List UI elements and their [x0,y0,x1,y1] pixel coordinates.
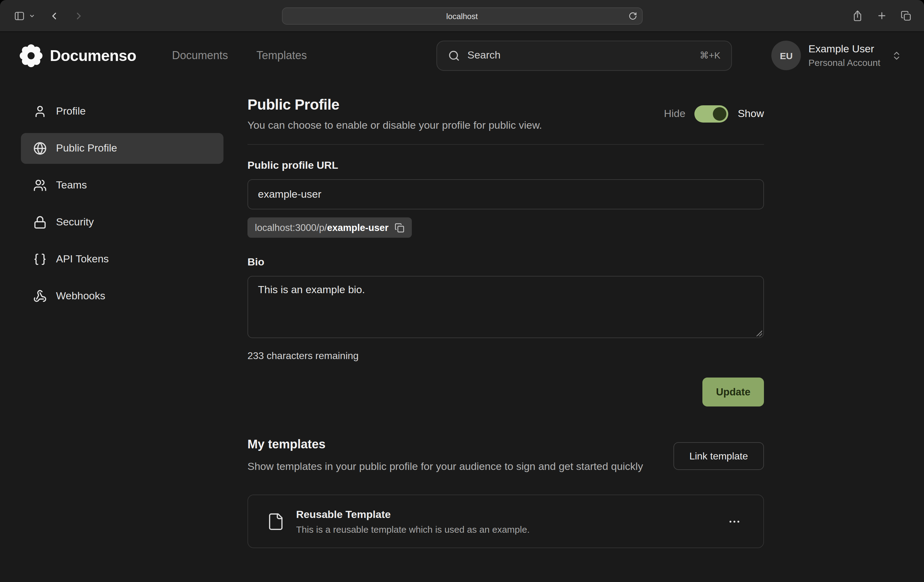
characters-remaining: 233 characters remaining [248,351,764,362]
sidebar-item-api-tokens[interactable]: API Tokens [21,244,223,274]
ellipsis-icon [728,515,741,528]
sidebar-item-label: Teams [56,179,87,192]
address-bar-url: localhost [446,12,478,21]
nav-documents[interactable]: Documents [172,49,228,62]
share-icon[interactable] [852,10,863,22]
copy-icon[interactable] [394,223,404,233]
sidebar-item-security[interactable]: Security [21,207,223,238]
search-bar[interactable]: ⌘+K [437,40,732,71]
my-templates-description: Show templates in your public profile fo… [248,459,643,475]
new-tab-icon[interactable] [876,10,887,21]
template-name: Reusable Template [296,509,530,521]
documenso-logo [20,44,43,67]
visibility-toggle-group: Hide Show [664,105,764,122]
browser-chrome: localhost [0,0,924,32]
chevron-down-icon[interactable] [29,13,35,19]
brand[interactable]: Documenso [20,44,136,67]
page-description: You can choose to enable or disable your… [248,119,542,132]
braces-icon [33,253,47,266]
user-name: Example User [808,43,881,55]
user-icon [33,105,47,118]
nav-templates[interactable]: Templates [256,49,307,62]
tabs-overview-icon[interactable] [901,10,912,21]
sidebar-item-webhooks[interactable]: Webhooks [21,281,223,312]
update-button[interactable]: Update [702,377,764,407]
sidebar-item-label: API Tokens [56,253,109,265]
template-card: Reusable Template This is a reusable tem… [248,495,764,549]
user-account-type: Personal Account [808,57,881,68]
reload-icon[interactable] [628,12,637,20]
search-icon [449,50,460,61]
settings-sidebar: Profile Public Profile Teams Security [21,96,223,582]
profile-url-preview-text: localhost:3000/p/example-user [255,222,388,233]
app-header: Documenso Documents Templates ⌘+K EU Exa… [0,32,924,79]
sidebar-item-label: Public Profile [56,142,117,155]
profile-url-input[interactable] [248,179,764,209]
template-options-button[interactable] [724,511,745,532]
forward-icon[interactable] [73,10,84,21]
link-template-button[interactable]: Link template [673,442,764,470]
my-templates-title: My templates [248,437,643,451]
settings-main: Public Profile You can choose to enable … [248,96,764,582]
template-description: This is a reusable template which is use… [296,524,530,534]
visibility-toggle[interactable] [695,105,729,122]
sidebar-item-label: Security [56,216,94,228]
sidebar-item-label: Profile [56,105,86,117]
sidebar-item-label: Webhooks [56,290,105,303]
webhook-icon [33,289,47,303]
users-icon [33,179,47,192]
user-menu[interactable]: EU Example User Personal Account [772,41,902,70]
hide-label: Hide [664,108,685,120]
top-nav: Documents Templates [172,49,307,62]
divider [248,144,764,145]
sidebar-item-profile[interactable]: Profile [21,96,223,127]
page-title: Public Profile [248,96,542,113]
show-label: Show [738,108,764,120]
toggle-knob [713,107,727,121]
profile-url-preview[interactable]: localhost:3000/p/example-user [248,217,412,238]
bio-textarea[interactable]: This is an example bio. [248,276,764,338]
sidebar-item-public-profile[interactable]: Public Profile [21,133,223,164]
sidebar-toggle-icon[interactable] [12,10,26,21]
file-icon [267,513,285,531]
sidebar-item-teams[interactable]: Teams [21,170,223,201]
search-shortcut: ⌘+K [700,50,721,61]
avatar: EU [772,41,801,70]
lock-icon [33,215,47,229]
address-bar[interactable]: localhost [282,7,642,25]
search-input[interactable] [467,49,692,61]
browser-window: localhost [0,0,924,582]
chevrons-up-down-icon [891,50,902,61]
profile-url-label: Public profile URL [248,159,764,172]
globe-icon [33,142,47,155]
brand-name: Documenso [50,46,136,64]
bio-label: Bio [248,256,764,268]
back-icon[interactable] [49,10,60,21]
